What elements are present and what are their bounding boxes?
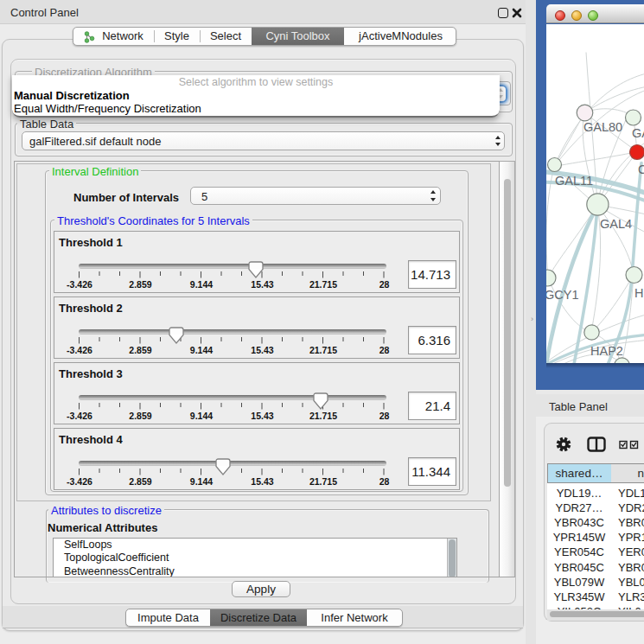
svg-text:HAP2: HAP2 (590, 344, 623, 358)
svg-text:GAL11: GAL11 (555, 174, 593, 188)
svg-text:GCY1: GCY1 (546, 288, 579, 302)
svg-text:GAL4: GAL4 (600, 217, 632, 231)
svg-text:HIS: HIS (634, 286, 644, 300)
svg-text:GAL80: GAL80 (583, 120, 622, 134)
svg-text:GAL1: GAL1 (632, 126, 644, 140)
svg-text:CYC: CYC (638, 163, 644, 176)
